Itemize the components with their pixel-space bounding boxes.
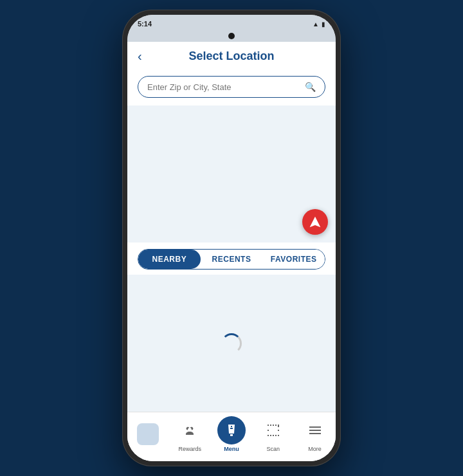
camera-area	[127, 33, 336, 42]
scan-label: Scan	[267, 446, 280, 452]
scan-icon-wrap	[259, 416, 287, 444]
search-input[interactable]	[147, 82, 305, 92]
status-bar: 5:14 ▲ ▮	[127, 15, 336, 33]
back-button[interactable]: ‹	[138, 49, 142, 64]
home-icon-wrap	[134, 420, 162, 448]
status-icons: ▲ ▮	[313, 21, 325, 28]
location-arrow-icon	[309, 215, 322, 228]
tab-favorites[interactable]: FAVORITES	[262, 250, 325, 269]
more-label: More	[308, 446, 322, 452]
phone-screen: 5:14 ▲ ▮ ‹ Select Location 🔍	[127, 15, 336, 461]
menu-label: Menu	[224, 446, 239, 452]
page-title: Select Location	[188, 50, 274, 63]
menu-cup-icon	[224, 423, 239, 438]
rewards-label: Rewards	[178, 446, 201, 452]
nav-item-scan[interactable]: Scan	[252, 416, 294, 452]
search-icon: 🔍	[305, 82, 316, 92]
battery-icon: ▮	[322, 21, 325, 28]
tabs-container: NEARBY RECENTS FAVORITES	[138, 249, 325, 270]
nav-item-rewards[interactable]: Rewards	[169, 416, 211, 452]
loading-spinner	[221, 333, 242, 354]
more-icon-wrap	[301, 416, 329, 444]
camera-dot	[228, 33, 235, 39]
nav-item-home[interactable]	[127, 420, 169, 448]
rewards-icon	[182, 423, 197, 438]
search-container: 🔍	[127, 71, 336, 105]
nav-item-more[interactable]: More	[294, 416, 336, 452]
phone-frame: 5:14 ▲ ▮ ‹ Select Location 🔍	[122, 10, 341, 466]
search-bar[interactable]: 🔍	[138, 76, 325, 98]
status-time: 5:14	[138, 20, 152, 28]
loading-area	[127, 275, 336, 412]
menu-icon-wrap	[217, 416, 246, 444]
home-icon	[137, 423, 159, 445]
map-area	[127, 105, 336, 243]
nav-item-menu[interactable]: Menu	[211, 416, 253, 452]
tab-recents[interactable]: RECENTS	[201, 250, 263, 269]
tab-nearby[interactable]: NEARBY	[138, 250, 201, 269]
bottom-navigation: Rewards Menu	[127, 412, 336, 461]
rewards-icon-wrap	[176, 416, 204, 444]
scan-icon	[266, 423, 281, 438]
page-header: ‹ Select Location	[127, 42, 336, 71]
screen-content: ‹ Select Location 🔍	[127, 42, 336, 461]
wifi-icon: ▲	[313, 21, 319, 28]
location-fab-button[interactable]	[302, 209, 328, 235]
location-tabs-bar: NEARBY RECENTS FAVORITES	[127, 243, 336, 275]
more-icon	[307, 423, 323, 438]
